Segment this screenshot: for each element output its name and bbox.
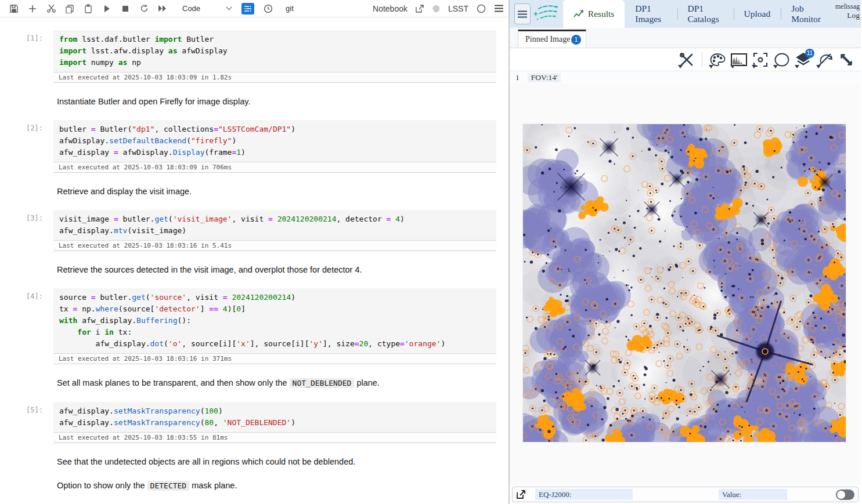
markdown-text: Option to show only the DETECTED mask pl… [57,480,508,491]
markdown-text: Retrieve and display the visit image. [57,186,508,197]
notebook-panel: Code git Notebook LSST [1]:from lsst.daf… [0,0,510,504]
run-icon[interactable] [98,1,116,16]
code-editor[interactable]: butler = Butler("dp1", collections="LSST… [53,120,496,162]
layers-icon[interactable]: 11 [795,51,812,68]
firefly-logo [533,0,560,28]
stop-icon[interactable] [116,1,135,16]
firefly-panel: Results DP1 Images DP1 Catalogs Upload J… [510,0,861,504]
notebook-toolbar: Code git Notebook LSST [0,0,508,17]
kernel-name[interactable]: LSST [448,4,468,13]
notebook-title: Notebook [373,4,407,13]
firefly-tab-bar: Results DP1 Images DP1 Catalogs Upload J… [510,0,861,28]
color-palette-icon[interactable] [709,51,726,68]
markdown-text: See that the undetected objects are all … [57,456,508,467]
image-toolbar: 11 [510,48,861,71]
image-title-row: 1 FOV:14' [510,71,861,84]
notebook-cells: [1]:from lsst.daf.butler import Butlerim… [0,17,508,504]
run-all-icon[interactable] [153,1,172,16]
tab-job-monitor[interactable]: Job Monitor [781,0,833,28]
markdown-cell[interactable]: Retrieve the sources detected in the vis… [0,264,508,275]
cell-type-label: Code [182,4,200,13]
chevron-down-icon [226,6,232,10]
code-cell[interactable]: [4]:source = butler.get('source', visit … [0,288,508,364]
expand-icon[interactable] [838,51,855,68]
restart-kernel-icon[interactable] [135,1,153,16]
history-icon[interactable] [259,1,277,16]
readout-lock-toggle[interactable] [836,490,854,500]
pinned-count-badge: 1 [571,35,581,45]
app-window: Code git Notebook LSST [1]:from lsst.daf… [0,0,862,504]
toc-icon[interactable] [241,3,254,14]
image-viewer[interactable] [510,84,861,485]
execution-time: Last executed at 2025-10-03 18:03:16 in … [53,353,496,364]
markdown-text: Set all mask planes to be transparent, a… [57,378,508,389]
hamburger-icon[interactable] [494,5,504,12]
code-cell[interactable]: [1]:from lsst.daf.butler import Butlerim… [0,30,508,83]
execution-time: Last executed at 2025-10-03 18:03:16 in … [53,240,496,251]
save-icon[interactable] [5,1,23,16]
git-menu[interactable]: git [286,4,294,13]
recenter-icon[interactable] [752,51,769,68]
tab-pinned-images[interactable]: Pinned Images 1 [518,30,586,48]
markdown-cell[interactable]: Retrieve and display the visit image. [0,186,508,197]
markdown-text: Retrieve the sources detected in the vis… [57,264,508,275]
copy-cell-icon[interactable] [60,1,79,16]
fov-label: FOV:14' [528,73,561,82]
tab-dp1-images[interactable]: DP1 Images [625,0,677,28]
execution-time: Last executed at 2025-10-03 18:03:09 in … [53,72,496,83]
external-link-icon[interactable] [416,5,424,13]
viewer-status-bar: EQ-J2000: Value: [512,487,859,502]
inline-code: NOT_DEBLENDED [290,378,355,388]
tab-upload[interactable]: Upload [734,0,781,28]
code-cell[interactable]: [5]:afw_display.setMaskTransparency(100)… [0,402,508,443]
gear-icon[interactable] [432,5,440,13]
code-cell[interactable]: [2]:butler = Butler("dp1", collections="… [0,120,508,173]
compass-off-icon[interactable] [816,51,834,68]
frame-number: 1 [515,73,520,82]
username-label: melissag [835,2,860,10]
cut-cell-icon[interactable] [42,1,60,16]
stretch-histogram-icon[interactable] [730,51,748,68]
execution-count: [2]: [0,124,49,132]
tools-icon[interactable] [678,51,695,68]
select-region-icon[interactable] [773,51,791,68]
markdown-text: Instantiate Butler and open Firefly for … [57,96,508,107]
execution-time: Last executed at 2025-10-03 18:03:09 in … [53,162,496,173]
markdown-cell[interactable]: Option to show only the DETECTED mask pl… [0,480,508,491]
execution-count: [5]: [0,406,49,414]
tab-dp1-catalogs[interactable]: DP1 Catalogs [677,0,734,28]
logout-link[interactable]: Log [847,11,860,20]
add-cell-icon[interactable] [23,1,42,16]
code-editor[interactable]: from lsst.daf.butler import Butlerimport… [53,30,496,72]
coordinate-readout: EQ-J2000: [535,489,633,500]
paste-cell-icon[interactable] [79,1,98,16]
markdown-cell[interactable]: Instantiate Butler and open Firefly for … [0,96,508,107]
inline-code: DETECTED [147,481,190,491]
cell-type-select[interactable]: Code [182,4,232,13]
markdown-cell[interactable]: Set all mask planes to be transparent, a… [0,378,508,389]
execution-count: [4]: [0,292,49,300]
code-editor[interactable]: afw_display.setMaskTransparency(100)afw_… [53,402,496,432]
sidebar-menu-button[interactable] [514,3,531,24]
popout-icon[interactable] [516,490,526,499]
results-chart-icon [574,10,584,18]
markdown-cell[interactable]: See that the undetected objects are all … [0,456,508,467]
kernel-status-icon [477,4,486,13]
pinned-tab-row: Pinned Images 1 [510,28,861,48]
code-editor[interactable]: visit_image = butler.get('visit_image', … [53,210,496,240]
code-cell[interactable]: [3]:visit_image = butler.get('visit_imag… [0,210,508,251]
execution-count: [3]: [0,214,49,222]
execution-time: Last executed at 2025-10-03 18:03:55 in … [53,432,496,443]
sky-image[interactable] [523,124,846,442]
tab-results[interactable]: Results [563,0,625,28]
layers-count-badge: 11 [805,49,814,58]
code-editor[interactable]: source = butler.get('source', visit = 20… [53,288,496,353]
execution-count: [1]: [0,34,49,42]
pixel-value-readout: Value: [719,489,787,500]
